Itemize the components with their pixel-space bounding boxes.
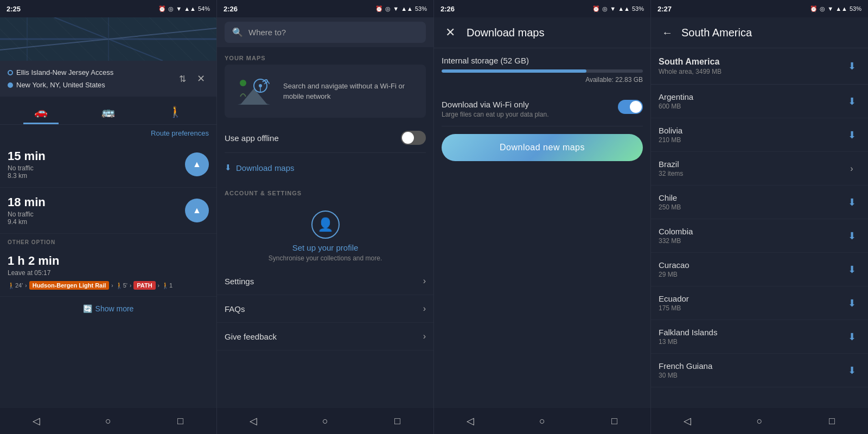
route-option-2[interactable]: 18 min No traffic 9.4 km ▲ — [0, 188, 216, 234]
back-nav-1[interactable]: ◁ — [25, 410, 47, 432]
storage-bar-bg — [442, 69, 643, 73]
country-item: Argentina600 MB⬇ — [651, 85, 868, 118]
signal-icon-3: ▲▲ — [618, 5, 630, 12]
swap-button[interactable]: ⇅ — [177, 72, 188, 86]
svg-point-11 — [240, 80, 246, 86]
map-preview — [0, 17, 216, 61]
offline-illustration — [232, 72, 276, 110]
close-route-button[interactable]: ✕ — [193, 71, 209, 87]
download-country-btn[interactable]: ⬇ — [843, 126, 860, 144]
tab-transit[interactable]: 🚌 — [91, 101, 126, 124]
download-country-btn[interactable]: ⬇ — [843, 194, 860, 211]
download-country-btn[interactable]: ⬇ — [843, 93, 860, 110]
battery-1: 54% — [198, 5, 210, 12]
feedback-item[interactable]: Give feedback › — [217, 323, 433, 350]
country-item: Curacao29 MB⬇ — [651, 253, 868, 286]
location-icon-3: ◎ — [602, 5, 608, 12]
sa-region-size: Whole area, 3499 MB — [659, 68, 843, 75]
offline-svg — [232, 72, 276, 110]
signal-icon-2: ▲▲ — [401, 5, 413, 12]
settings-item[interactable]: Settings › — [217, 267, 433, 295]
transit-steps: 🚶24' › Hudson-Bergen Light Rail › 🚶5' › … — [8, 281, 209, 290]
download-maps-btn[interactable]: ⬇ Download maps — [225, 158, 426, 177]
profile-section: 👤 Set up your profile Synchronise your c… — [217, 200, 433, 267]
location-icon-4: ◎ — [820, 5, 825, 12]
tab-drive[interactable]: 🚗 — [23, 101, 59, 124]
recent-nav-1[interactable]: □ — [170, 410, 192, 432]
arrow-4: › — [158, 283, 159, 289]
recent-nav-4[interactable]: □ — [821, 410, 843, 432]
faqs-label: FAQs — [225, 304, 245, 314]
country-size: 13 MB — [659, 338, 843, 346]
recent-nav-3[interactable]: □ — [604, 410, 626, 432]
recent-nav-2[interactable]: □ — [387, 410, 409, 432]
country-info: Colombia332 MB — [659, 227, 843, 245]
download-country-btn[interactable]: ⬇ — [843, 295, 860, 312]
country-info: Argentina600 MB — [659, 92, 843, 110]
start-nav-2[interactable]: ▲ — [185, 199, 209, 222]
route-option-1[interactable]: 15 min No traffic 8.3 km ▲ — [0, 142, 216, 188]
home-nav-1[interactable]: ○ — [98, 410, 119, 432]
download-maps-icon: ⬇ — [225, 163, 232, 173]
country-info: Ecuador175 MB — [659, 294, 843, 312]
storage-available: Available: 22.83 GB — [442, 76, 643, 84]
transit-leave: Leave at 05:17 — [8, 269, 209, 277]
alarm-icon-4: ⏰ — [810, 5, 818, 12]
signal-icon-4: ▲▲ — [835, 5, 847, 12]
storage-bar-fill — [442, 69, 586, 73]
feedback-chevron: › — [423, 331, 426, 341]
expand-country-btn[interactable]: › — [843, 160, 860, 177]
download-country-btn[interactable]: ⬇ — [843, 261, 860, 278]
status-bar-2: 2:26 ⏰ ◎ ▼ ▲▲ 53% — [217, 0, 433, 17]
close-download-btn[interactable]: ✕ — [442, 24, 459, 41]
profile-icon: 👤 — [311, 210, 340, 239]
offline-toggle[interactable] — [401, 131, 426, 145]
profile-setup-btn[interactable]: Set up your profile — [292, 243, 359, 252]
download-new-maps-btn[interactable]: Download new maps — [442, 134, 643, 161]
back-sa-btn[interactable]: ← — [659, 24, 676, 41]
origin-dot — [8, 70, 13, 75]
walk-2: 🚶5' — [116, 282, 127, 289]
use-offline-label: Use app offline — [225, 133, 279, 143]
back-nav-3[interactable]: ◁ — [459, 410, 481, 432]
country-size: 175 MB — [659, 304, 843, 312]
country-name: Colombia — [659, 227, 843, 236]
search-header: 🔍 Where to? — [217, 17, 433, 47]
download-country-btn[interactable]: ⬇ — [843, 227, 860, 245]
show-more-icon: 🔄 — [83, 304, 92, 313]
sa-region-name: South America — [659, 57, 843, 67]
country-name: Argentina — [659, 92, 843, 101]
route-1-info: 15 min No traffic 8.3 km — [8, 149, 185, 180]
country-info: Curacao29 MB — [659, 260, 843, 278]
download-sa-btn[interactable]: ⬇ — [843, 58, 860, 75]
faqs-item[interactable]: FAQs › — [217, 295, 433, 323]
svg-line-2 — [54, 17, 163, 61]
transit-time: 1 h 2 min — [8, 254, 209, 268]
download-country-btn[interactable]: ⬇ — [843, 362, 860, 379]
walk-3: 🚶1 — [162, 282, 173, 289]
tab-walk[interactable]: 🚶 — [158, 101, 193, 124]
route-prefs-link[interactable]: Route preferences — [0, 125, 216, 142]
storage-section: Internal storage (52 GB) Available: 22.8… — [442, 56, 643, 84]
wifi-toggle[interactable] — [618, 100, 643, 114]
show-more-btn[interactable]: 🔄 Show more — [0, 297, 216, 321]
wifi-icon-2: ▼ — [393, 5, 399, 12]
home-nav-2[interactable]: ○ — [315, 410, 336, 432]
back-nav-2[interactable]: ◁ — [242, 410, 264, 432]
country-name: Ecuador — [659, 294, 843, 303]
countries-list: Argentina600 MB⬇Bolivia210 MB⬇Brazil32 i… — [651, 85, 868, 387]
time-3: 2:26 — [441, 5, 455, 13]
home-nav-3[interactable]: ○ — [532, 410, 553, 432]
other-option-label: OTHER OPTION — [0, 234, 216, 247]
start-nav-1[interactable]: ▲ — [185, 152, 209, 176]
country-info: Falkland Islands13 MB — [659, 328, 843, 346]
country-item: French Guiana30 MB⬇ — [651, 354, 868, 387]
home-nav-4[interactable]: ○ — [749, 410, 770, 432]
search-bar[interactable]: 🔍 Where to? — [225, 22, 426, 43]
sa-region-info: South America Whole area, 3499 MB — [659, 57, 843, 75]
download-country-btn[interactable]: ⬇ — [843, 328, 860, 346]
back-nav-4[interactable]: ◁ — [676, 410, 698, 432]
map-svg — [0, 17, 216, 61]
transit-option[interactable]: 1 h 2 min Leave at 05:17 🚶24' › Hudson-B… — [0, 247, 216, 297]
country-size: 250 MB — [659, 203, 843, 211]
